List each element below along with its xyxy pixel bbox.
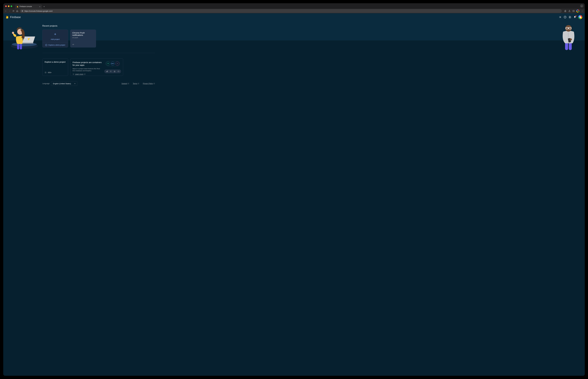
- browser-toolbar: ← → ⟳ https://console.firebase.google.co…: [3, 9, 585, 13]
- window-traffic-lights: [5, 5, 12, 7]
- svg-rect-27: [569, 43, 572, 50]
- firebase-header-right: ?: [559, 15, 582, 19]
- explore-demo-link[interactable]: Explore a demo project: [43, 43, 68, 47]
- svg-rect-42: [107, 71, 107, 72]
- nav-back-icon[interactable]: ←: [5, 10, 7, 12]
- firebase-favicon-icon: [16, 6, 18, 7]
- browser-tab[interactable]: Firebase console ×: [15, 4, 42, 9]
- labs-icon[interactable]: [568, 10, 571, 12]
- profile-avatar-icon[interactable]: [576, 10, 579, 13]
- language-value: English (United States): [53, 83, 71, 85]
- explore-demo-card[interactable]: Explore a demo project iOS+: [42, 59, 68, 76]
- analytics-icon: [106, 70, 108, 72]
- recent-projects-title: Recent projects: [42, 25, 155, 27]
- window-close-icon[interactable]: [5, 5, 7, 7]
- lightbulb-icon: [73, 73, 74, 75]
- google-account-avatar[interactable]: [578, 15, 582, 19]
- ios-pill-icon: iOS+: [111, 62, 115, 65]
- containers-card-title: Firebase projects are containers for you…: [73, 61, 102, 67]
- browser-menu-icon[interactable]: ⋮: [581, 10, 583, 12]
- svg-rect-23: [17, 44, 19, 49]
- dropdown-caret-icon: ▼: [74, 83, 76, 84]
- main-content: Recent projects + Add project Explore a …: [42, 21, 155, 91]
- help-icon[interactable]: ?: [564, 16, 567, 19]
- external-link-icon: [84, 74, 85, 75]
- svg-point-4: [560, 17, 561, 17]
- svg-line-39: [117, 63, 117, 64]
- nav-reload-icon[interactable]: ⟳: [12, 10, 15, 12]
- support-link[interactable]: Support: [122, 83, 129, 84]
- section-divider: [42, 53, 155, 53]
- explore-demo-label: Explore a demo project: [48, 44, 65, 46]
- external-link-icon: [154, 83, 155, 84]
- docs-icon[interactable]: [569, 16, 572, 19]
- containers-graphic: iOS+: [105, 61, 121, 73]
- extensions-icon[interactable]: [564, 10, 567, 12]
- web-platform-icon: [72, 44, 74, 46]
- external-link-icon: [138, 83, 139, 84]
- svg-marker-21: [22, 43, 33, 44]
- learn-more-link[interactable]: Learn more: [73, 73, 85, 75]
- svg-point-46: [115, 71, 115, 71]
- terms-link[interactable]: Terms: [133, 83, 139, 84]
- svg-line-11: [559, 18, 560, 18]
- external-link-icon: [128, 83, 129, 84]
- url-text: https://console.firebase.google.com/: [24, 10, 53, 12]
- svg-point-22: [12, 32, 14, 34]
- theme-toggle-icon[interactable]: [559, 16, 562, 19]
- android-pill-icon: [106, 62, 110, 65]
- android-icon: [45, 72, 46, 74]
- connector-line-icon: [112, 67, 113, 68]
- hero-illustration-left: [9, 22, 39, 51]
- side-panel-icon[interactable]: [572, 10, 575, 12]
- new-tab-button[interactable]: +: [43, 5, 45, 8]
- svg-rect-43: [108, 71, 108, 72]
- firebase-flame-icon: [6, 15, 9, 19]
- svg-point-44: [110, 71, 111, 72]
- svg-rect-26: [565, 43, 568, 50]
- cloud-icon: [117, 70, 120, 72]
- page-content: Firebase ?: [3, 13, 585, 376]
- window-minimize-icon[interactable]: [8, 5, 10, 7]
- language-select[interactable]: English (United States) ▼: [51, 81, 77, 86]
- dot-separator: ·: [131, 83, 131, 84]
- svg-point-45: [114, 71, 115, 71]
- tab-strip: Firebase console × + ⌄: [3, 3, 585, 9]
- explore-demo-card-title: Explore a demo project: [45, 61, 66, 63]
- svg-point-29: [570, 38, 572, 41]
- browser-window: Firebase console × + ⌄ ← → ⟳ https://con…: [3, 3, 585, 376]
- nav-home-icon[interactable]: [16, 10, 18, 12]
- nav-forward-icon[interactable]: →: [8, 10, 11, 12]
- project-card[interactable]: Chrome Push notifications crx-push: [70, 30, 96, 47]
- hero-illustration-right: [558, 22, 579, 51]
- svg-text:?: ?: [565, 16, 566, 18]
- svg-line-36: [73, 44, 73, 45]
- users-icon: [113, 70, 116, 72]
- svg-rect-41: [106, 71, 107, 72]
- firebase-header: Firebase ?: [3, 13, 585, 21]
- window-zoom-icon[interactable]: [11, 5, 12, 7]
- svg-marker-35: [46, 45, 46, 45]
- info-cards-row: Explore a demo project iOS+ Firebase pro…: [42, 59, 155, 76]
- add-project-button[interactable]: + Add project: [43, 30, 68, 43]
- ios-label: iOS+: [48, 72, 52, 74]
- tab-close-icon[interactable]: ×: [39, 6, 40, 8]
- feature-icons: [104, 69, 121, 73]
- tabs-dropdown-button[interactable]: ⌄: [580, 4, 583, 8]
- page-footer: Language English (United States) ▼ Suppo…: [42, 81, 155, 91]
- firebase-brand-text: Firebase: [10, 16, 21, 19]
- url-bar[interactable]: https://console.firebase.google.com/: [20, 9, 562, 13]
- privacy-link[interactable]: Privacy Policy: [143, 83, 155, 84]
- add-project-label: Add project: [51, 38, 60, 40]
- svg-line-10: [561, 18, 561, 18]
- site-info-icon[interactable]: [21, 10, 23, 12]
- notifications-icon[interactable]: [573, 16, 576, 19]
- language-label: Language: [42, 83, 49, 84]
- tab-title: Firebase console: [19, 6, 32, 7]
- add-project-card: + Add project Explore a demo project: [42, 30, 68, 47]
- project-id: crx-push: [72, 37, 94, 38]
- project-platform-icons: [72, 44, 94, 46]
- learn-more-label: Learn more: [75, 73, 83, 75]
- project-cards: + Add project Explore a demo project Chr…: [42, 30, 155, 47]
- firebase-logo[interactable]: Firebase: [6, 15, 21, 19]
